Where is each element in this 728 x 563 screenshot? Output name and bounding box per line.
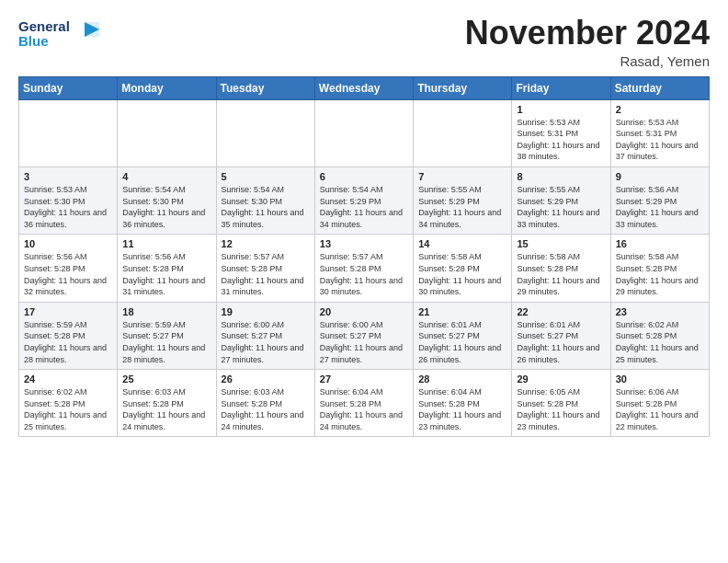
logo: General Blue [18, 15, 101, 59]
day-number: 10 [24, 238, 112, 249]
table-row: 12 Sunrise: 5:57 AMSunset: 5:28 PMDaylig… [216, 235, 314, 302]
col-friday: Friday [512, 76, 610, 99]
calendar-week-row: 17 Sunrise: 5:59 AMSunset: 5:28 PMDaylig… [19, 302, 710, 369]
day-info: Sunrise: 5:54 AMSunset: 5:30 PMDaylight:… [122, 185, 205, 229]
day-number: 9 [616, 171, 704, 182]
table-row: 2 Sunrise: 5:53 AMSunset: 5:31 PMDayligh… [610, 99, 709, 167]
day-info: Sunrise: 5:53 AMSunset: 5:30 PMDaylight:… [24, 185, 107, 229]
table-row: 24 Sunrise: 6:02 AMSunset: 5:28 PMDaylig… [19, 370, 118, 437]
day-number: 5 [222, 171, 310, 182]
table-row: 7 Sunrise: 5:55 AMSunset: 5:29 PMDayligh… [414, 167, 512, 234]
day-info: Sunrise: 6:06 AMSunset: 5:28 PMDaylight:… [616, 387, 699, 431]
table-row: 9 Sunrise: 5:56 AMSunset: 5:29 PMDayligh… [610, 167, 709, 234]
calendar-week-row: 1 Sunrise: 5:53 AMSunset: 5:31 PMDayligh… [19, 99, 710, 167]
table-row: 10 Sunrise: 5:56 AMSunset: 5:28 PMDaylig… [19, 235, 118, 302]
day-number: 18 [122, 306, 210, 317]
day-info: Sunrise: 5:56 AMSunset: 5:28 PMDaylight:… [24, 252, 107, 296]
day-info: Sunrise: 5:56 AMSunset: 5:29 PMDaylight:… [616, 185, 699, 229]
table-row: 11 Sunrise: 5:56 AMSunset: 5:28 PMDaylig… [118, 235, 216, 302]
col-thursday: Thursday [414, 76, 512, 99]
day-number: 12 [222, 238, 310, 249]
table-row: 25 Sunrise: 6:03 AMSunset: 5:28 PMDaylig… [118, 370, 216, 437]
header: General Blue November 2024 Rasad, Yemen [18, 15, 710, 69]
day-info: Sunrise: 6:04 AMSunset: 5:28 PMDaylight:… [320, 387, 403, 431]
day-number: 24 [24, 373, 112, 385]
page: General Blue November 2024 Rasad, Yemen … [0, 0, 728, 563]
col-sunday: Sunday [19, 76, 118, 99]
day-number: 4 [122, 171, 210, 182]
table-row: 3 Sunrise: 5:53 AMSunset: 5:30 PMDayligh… [19, 167, 118, 234]
day-number: 15 [517, 238, 605, 249]
day-info: Sunrise: 6:00 AMSunset: 5:27 PMDaylight:… [222, 320, 304, 364]
logo-svg: General Blue [18, 15, 101, 55]
day-info: Sunrise: 5:57 AMSunset: 5:28 PMDaylight:… [222, 252, 304, 296]
table-row [19, 99, 118, 167]
day-number: 25 [122, 373, 210, 385]
day-info: Sunrise: 6:05 AMSunset: 5:28 PMDaylight:… [517, 387, 599, 431]
day-info: Sunrise: 5:59 AMSunset: 5:27 PMDaylight:… [122, 320, 205, 364]
table-row: 4 Sunrise: 5:54 AMSunset: 5:30 PMDayligh… [118, 167, 216, 234]
logo-content: General Blue [18, 15, 101, 59]
day-number: 22 [517, 306, 605, 317]
col-monday: Monday [118, 76, 216, 99]
day-number: 2 [616, 104, 704, 115]
day-info: Sunrise: 5:53 AMSunset: 5:31 PMDaylight:… [616, 118, 699, 162]
day-info: Sunrise: 5:54 AMSunset: 5:29 PMDaylight:… [320, 185, 403, 229]
day-info: Sunrise: 6:03 AMSunset: 5:28 PMDaylight:… [122, 387, 205, 431]
day-number: 7 [418, 171, 506, 182]
day-info: Sunrise: 5:57 AMSunset: 5:28 PMDaylight:… [320, 252, 403, 296]
table-row: 28 Sunrise: 6:04 AMSunset: 5:28 PMDaylig… [414, 370, 512, 437]
col-tuesday: Tuesday [216, 76, 314, 99]
day-info: Sunrise: 5:55 AMSunset: 5:29 PMDaylight:… [418, 185, 501, 229]
calendar-table: Sunday Monday Tuesday Wednesday Thursday… [18, 76, 710, 438]
day-info: Sunrise: 5:59 AMSunset: 5:28 PMDaylight:… [24, 320, 107, 364]
table-row: 30 Sunrise: 6:06 AMSunset: 5:28 PMDaylig… [610, 370, 709, 437]
day-number: 11 [122, 238, 210, 249]
table-row: 26 Sunrise: 6:03 AMSunset: 5:28 PMDaylig… [216, 370, 314, 437]
day-number: 20 [320, 306, 408, 317]
svg-text:General: General [18, 18, 70, 34]
table-row: 15 Sunrise: 5:58 AMSunset: 5:28 PMDaylig… [512, 235, 610, 302]
table-row: 21 Sunrise: 6:01 AMSunset: 5:27 PMDaylig… [414, 302, 512, 369]
day-number: 3 [24, 171, 112, 182]
table-row: 16 Sunrise: 5:58 AMSunset: 5:28 PMDaylig… [610, 235, 709, 302]
calendar-week-row: 3 Sunrise: 5:53 AMSunset: 5:30 PMDayligh… [19, 167, 710, 234]
day-number: 6 [320, 171, 408, 182]
day-number: 16 [616, 238, 704, 249]
day-info: Sunrise: 5:54 AMSunset: 5:30 PMDaylight:… [222, 185, 304, 229]
day-info: Sunrise: 6:03 AMSunset: 5:28 PMDaylight:… [222, 387, 304, 431]
table-row: 29 Sunrise: 6:05 AMSunset: 5:28 PMDaylig… [512, 370, 610, 437]
day-number: 1 [517, 104, 605, 115]
table-row: 27 Sunrise: 6:04 AMSunset: 5:28 PMDaylig… [314, 370, 413, 437]
day-number: 14 [418, 238, 506, 249]
day-number: 29 [517, 373, 605, 385]
table-row: 18 Sunrise: 5:59 AMSunset: 5:27 PMDaylig… [118, 302, 216, 369]
col-wednesday: Wednesday [314, 76, 413, 99]
day-number: 30 [616, 373, 704, 385]
table-row: 19 Sunrise: 6:00 AMSunset: 5:27 PMDaylig… [216, 302, 314, 369]
day-info: Sunrise: 6:04 AMSunset: 5:28 PMDaylight:… [418, 387, 501, 431]
table-row: 13 Sunrise: 5:57 AMSunset: 5:28 PMDaylig… [314, 235, 413, 302]
day-number: 19 [222, 306, 310, 317]
day-number: 23 [616, 306, 704, 317]
table-row: 6 Sunrise: 5:54 AMSunset: 5:29 PMDayligh… [314, 167, 413, 234]
col-saturday: Saturday [610, 76, 709, 99]
day-info: Sunrise: 5:58 AMSunset: 5:28 PMDaylight:… [418, 252, 501, 296]
location: Rasad, Yemen [465, 53, 710, 69]
day-number: 28 [418, 373, 506, 385]
day-number: 26 [222, 373, 310, 385]
table-row [118, 99, 216, 167]
table-row: 23 Sunrise: 6:02 AMSunset: 5:28 PMDaylig… [610, 302, 709, 369]
day-info: Sunrise: 5:53 AMSunset: 5:31 PMDaylight:… [517, 118, 599, 162]
table-row: 1 Sunrise: 5:53 AMSunset: 5:31 PMDayligh… [512, 99, 610, 167]
calendar-week-row: 24 Sunrise: 6:02 AMSunset: 5:28 PMDaylig… [19, 370, 710, 437]
day-info: Sunrise: 5:58 AMSunset: 5:28 PMDaylight:… [616, 252, 699, 296]
day-number: 8 [517, 171, 605, 182]
table-row [216, 99, 314, 167]
day-number: 21 [418, 306, 506, 317]
table-row [414, 99, 512, 167]
day-number: 27 [320, 373, 408, 385]
table-row [314, 99, 413, 167]
calendar-header-row: Sunday Monday Tuesday Wednesday Thursday… [19, 76, 710, 99]
day-info: Sunrise: 6:02 AMSunset: 5:28 PMDaylight:… [616, 320, 699, 364]
